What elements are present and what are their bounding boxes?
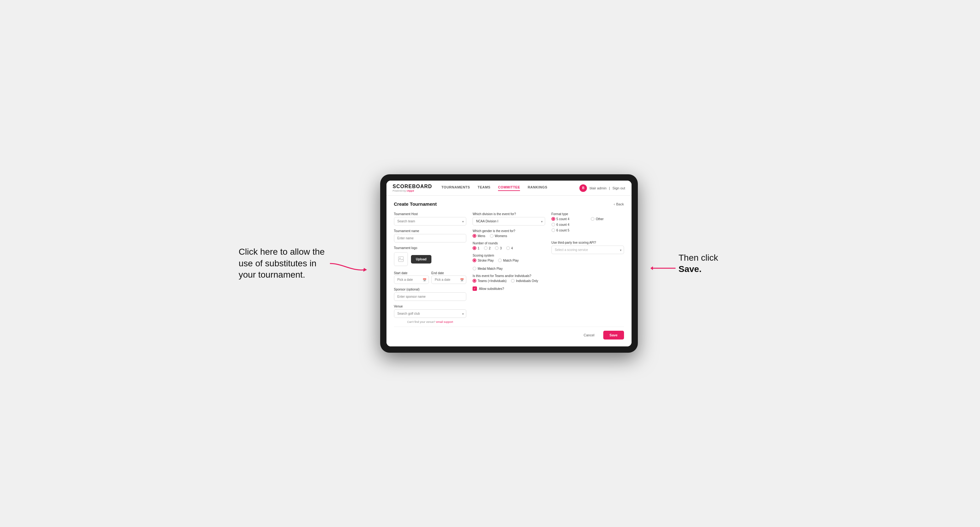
end-date-group: End date 📅: [431, 270, 466, 284]
event-type-group: Is this event for Teams and/or Individua…: [473, 274, 545, 283]
round-1-radio[interactable]: [473, 246, 476, 250]
svg-rect-1: [398, 257, 403, 262]
mens-radio[interactable]: [473, 234, 476, 238]
svg-marker-0: [363, 268, 367, 271]
cancel-button[interactable]: Cancel: [579, 331, 600, 340]
api-select-wrapper: Select a scoring service: [551, 246, 624, 254]
page-header: Create Tournament ‹ Back: [394, 201, 624, 206]
tablet-screen: SCOREBOARD Powered by clippd TOURNAMENTS…: [387, 181, 632, 346]
date-row: Start date 📅 End date: [394, 270, 466, 284]
format-group: Format type 5 count 4 Other: [551, 212, 624, 232]
tournament-logo-group: Tournament logo Upload: [394, 246, 466, 266]
round-3[interactable]: 3: [495, 246, 502, 250]
nav-teams[interactable]: TEAMS: [477, 185, 490, 191]
calendar-icon-end: 📅: [460, 278, 464, 281]
tournament-host-select-wrapper: [394, 217, 466, 225]
date-group: Start date 📅 End date: [394, 270, 466, 284]
substitutes-group: ✓ Allow substitutes?: [473, 286, 545, 291]
api-select[interactable]: Select a scoring service: [551, 246, 624, 254]
tournament-name-label: Tournament name: [394, 229, 466, 233]
round-2-radio[interactable]: [484, 246, 488, 250]
stroke-radio[interactable]: [473, 259, 476, 262]
nav-tournaments[interactable]: TOURNAMENTS: [441, 185, 470, 191]
format-6count4-radio[interactable]: [551, 223, 555, 227]
womens-radio[interactable]: [490, 234, 493, 238]
round-4[interactable]: 4: [506, 246, 513, 250]
medal-radio[interactable]: [473, 267, 476, 270]
logo-brand: clippd: [407, 189, 414, 192]
form-col-2: Which division is the event for? NCAA Di…: [473, 212, 545, 324]
logo-upload-area: Upload: [394, 252, 466, 266]
gender-womens[interactable]: Womens: [490, 234, 507, 238]
match-radio[interactable]: [498, 259, 502, 262]
rounds-label: Number of rounds: [473, 241, 545, 245]
format-5count4[interactable]: 5 count 4: [551, 217, 584, 221]
format-other[interactable]: Other: [591, 217, 624, 221]
round-1[interactable]: 1: [473, 246, 479, 250]
scoring-radio-group: Stroke Play Match Play Medal Match Play: [473, 259, 545, 270]
round-2[interactable]: 2: [484, 246, 491, 250]
venue-group: Venue Can't find your venue? email suppo…: [394, 305, 466, 324]
end-date-wrap: 📅: [431, 275, 466, 284]
tournament-name-input[interactable]: [394, 234, 466, 243]
scoring-stroke[interactable]: Stroke Play: [473, 259, 493, 262]
event-teams[interactable]: Teams (+Individuals): [473, 279, 506, 283]
round-3-radio[interactable]: [495, 246, 499, 250]
start-date-wrap: 📅: [394, 275, 429, 284]
user-name: blair admin: [589, 186, 606, 190]
left-annotation-group: Click here to allow the use of substitut…: [239, 246, 368, 281]
outer-wrapper: Click here to allow the use of substitut…: [13, 174, 967, 353]
form-grid: Tournament Host Tournament name Tourname…: [394, 212, 624, 324]
format-options-grid: 5 count 4 Other 6 count 4: [551, 217, 624, 232]
upload-button[interactable]: Upload: [411, 255, 432, 264]
substitutes-checkbox-item[interactable]: ✓ Allow substitutes?: [473, 286, 545, 291]
format-6count5[interactable]: 6 count 5: [551, 228, 584, 232]
logo-powered: Powered by clippd: [393, 189, 432, 192]
substitutes-checkbox[interactable]: ✓: [473, 286, 477, 291]
start-date-group: Start date 📅: [394, 270, 429, 284]
nav-separator: |: [609, 186, 610, 190]
sign-out-link[interactable]: Sign out: [612, 186, 625, 190]
format-5count4-radio[interactable]: [551, 217, 555, 221]
venue-label: Venue: [394, 305, 466, 308]
nav-bar: SCOREBOARD Powered by clippd TOURNAMENTS…: [387, 181, 632, 196]
api-group: Use third-party live scoring API? Select…: [551, 241, 624, 254]
end-date-label: End date: [431, 271, 444, 275]
sponsor-input[interactable]: [394, 292, 466, 301]
save-button[interactable]: Save: [603, 331, 624, 340]
event-individuals[interactable]: Individuals Only: [511, 279, 538, 283]
nav-right: B blair admin | Sign out: [579, 184, 625, 192]
tablet-device: SCOREBOARD Powered by clippd TOURNAMENTS…: [380, 174, 638, 353]
gender-label: Which gender is the event for?: [473, 229, 545, 233]
left-arrow-icon: [330, 254, 368, 273]
tournament-name-group: Tournament name: [394, 229, 466, 243]
division-select-wrapper: NCAA Division I: [473, 217, 545, 225]
venue-select-wrapper: [394, 310, 466, 318]
nav-links: TOURNAMENTS TEAMS COMMITTEE RANKINGS: [441, 185, 579, 191]
format-6count4[interactable]: 6 count 4: [551, 223, 584, 227]
logo-area: SCOREBOARD Powered by clippd: [393, 184, 432, 192]
gender-group: Which gender is the event for? Mens Wome…: [473, 229, 545, 238]
format-6count5-radio[interactable]: [551, 228, 555, 232]
tournament-host-group: Tournament Host: [394, 212, 466, 225]
division-select[interactable]: NCAA Division I: [473, 217, 545, 225]
back-button[interactable]: ‹ Back: [614, 202, 624, 206]
image-icon: [398, 256, 404, 262]
event-type-radio-group: Teams (+Individuals) Individuals Only: [473, 279, 545, 283]
format-other-radio[interactable]: [591, 217, 595, 221]
avatar: B: [579, 184, 587, 192]
venue-email-link[interactable]: email support: [436, 321, 453, 324]
right-arrow-icon: [651, 254, 676, 273]
nav-committee[interactable]: COMMITTEE: [498, 185, 520, 191]
tournament-host-label: Tournament Host: [394, 212, 466, 216]
nav-rankings[interactable]: RANKINGS: [528, 185, 547, 191]
scoring-medal[interactable]: Medal Match Play: [473, 267, 503, 270]
venue-input[interactable]: [394, 310, 466, 318]
round-4-radio[interactable]: [506, 246, 510, 250]
scoring-match[interactable]: Match Play: [498, 259, 519, 262]
gender-mens[interactable]: Mens: [473, 234, 485, 238]
teams-radio[interactable]: [473, 279, 476, 283]
division-group: Which division is the event for? NCAA Di…: [473, 212, 545, 225]
tournament-host-input[interactable]: [394, 217, 466, 225]
individuals-radio[interactable]: [511, 279, 515, 283]
